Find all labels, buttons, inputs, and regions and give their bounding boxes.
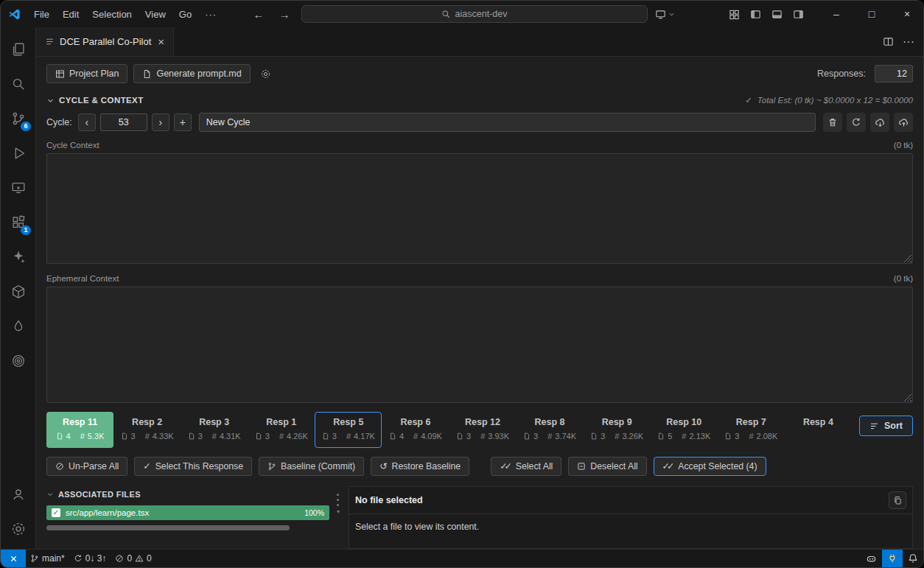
cloud-upload-button[interactable] xyxy=(894,113,913,132)
editor-more-actions-icon[interactable]: ··· xyxy=(903,35,914,49)
connection-status[interactable] xyxy=(882,550,903,567)
menu-file[interactable]: File xyxy=(28,7,55,22)
unparse-all-button[interactable]: Un-Parse All xyxy=(46,457,127,476)
baseline-commit-button[interactable]: Baseline (Commit) xyxy=(259,457,364,476)
explorer-icon[interactable] xyxy=(1,32,36,66)
restore-baseline-button[interactable]: ↺ Restore Baseline xyxy=(371,457,469,476)
response-tab-7[interactable]: Resp 7 3 # 2.08K xyxy=(718,412,785,448)
refresh-cycle-button[interactable] xyxy=(847,113,866,132)
screencast-mode-button[interactable] xyxy=(655,9,675,20)
forward-arrow-icon[interactable]: → xyxy=(276,7,294,22)
response-tokens: 4.26K xyxy=(287,432,308,441)
maximize-button[interactable]: □ xyxy=(855,1,888,27)
cloud-download-button[interactable] xyxy=(870,113,889,132)
file-icon xyxy=(188,432,195,440)
more-menus-icon[interactable]: ··· xyxy=(199,7,223,22)
ephemeral-context-textarea[interactable] xyxy=(46,287,913,403)
file-icon xyxy=(255,432,262,440)
response-tab-2[interactable]: Resp 2 3 # 4.33K xyxy=(113,412,181,448)
menu-view[interactable]: View xyxy=(139,7,172,22)
response-stats: 4 # 4.09K xyxy=(382,432,448,441)
run-debug-icon[interactable] xyxy=(1,136,36,170)
menu-edit[interactable]: Edit xyxy=(57,7,85,22)
hash-icon: # xyxy=(279,432,284,441)
file-path: src/app/learn/page.tsx xyxy=(66,508,299,517)
cycle-add-button[interactable]: + xyxy=(174,113,192,131)
package-cube-icon[interactable] xyxy=(1,274,36,309)
tab-close-icon[interactable]: × xyxy=(156,35,166,48)
extensions-icon[interactable]: 1 xyxy=(1,205,36,239)
target-circles-icon[interactable] xyxy=(1,343,36,378)
response-tabs: Resp 11 4 # 5.3K Resp 2 3 xyxy=(46,412,913,448)
toggle-panel-icon[interactable] xyxy=(771,9,783,20)
remote-indicator[interactable] xyxy=(1,550,26,567)
cycle-section-title[interactable]: CYCLE & CONTEXT xyxy=(59,96,144,105)
responses-count-input[interactable] xyxy=(875,65,913,83)
search-value: aiascent-dev xyxy=(455,9,508,19)
cycle-next-button[interactable]: › xyxy=(152,113,169,131)
copy-content-button[interactable] xyxy=(889,491,906,509)
deselect-all-button[interactable]: Deselect All xyxy=(568,457,646,476)
sort-button[interactable]: Sort xyxy=(859,416,913,436)
file-icon xyxy=(121,432,128,440)
search-icon xyxy=(441,10,451,19)
cycle-context-textarea[interactable] xyxy=(46,153,913,264)
select-all-button[interactable]: ✓✓ Select All xyxy=(491,457,561,476)
response-tab-10[interactable]: Resp 10 5 # 2.13K xyxy=(651,412,718,448)
response-tab-11[interactable]: Resp 11 4 # 5.3K xyxy=(46,412,113,448)
select-this-response-button[interactable]: ✓ Select This Response xyxy=(134,457,252,476)
response-tab-12[interactable]: Resp 12 3 # 3.93K xyxy=(449,412,516,448)
response-tab-3[interactable]: Resp 3 3 # 4.31K xyxy=(181,412,248,448)
sync-status[interactable]: 0↓ 3↑ xyxy=(69,550,111,567)
response-tab-9[interactable]: Resp 9 3 # 3.26K xyxy=(584,412,651,448)
cycle-prev-button[interactable]: ‹ xyxy=(78,113,96,131)
horizontal-scrollbar[interactable] xyxy=(46,525,290,530)
copilot-sparkle-icon[interactable] xyxy=(1,239,36,274)
droplet-icon[interactable] xyxy=(1,309,36,343)
minimize-button[interactable]: – xyxy=(820,1,853,27)
tab-dce-parallel-copilot[interactable]: DCE Parallel Co-Pilot × xyxy=(36,27,174,56)
file-checkbox[interactable]: ✓ xyxy=(52,508,60,517)
notifications-bell[interactable] xyxy=(903,550,923,567)
response-tab-8[interactable]: Resp 8 3 # 3.74K xyxy=(517,412,584,448)
response-tab-4[interactable]: Resp 4 # xyxy=(785,412,852,448)
accept-selected-button[interactable]: ✓✓ Accept Selected (4) xyxy=(654,457,766,476)
toggle-secondary-sidebar-icon[interactable] xyxy=(793,9,804,20)
back-arrow-icon[interactable]: ← xyxy=(250,7,268,22)
panel-settings-button[interactable] xyxy=(256,64,276,83)
response-tab-6[interactable]: Resp 6 4 # 4.09K xyxy=(382,412,449,448)
split-editor-icon[interactable] xyxy=(883,36,894,47)
section-chevron-icon[interactable] xyxy=(46,97,55,105)
source-control-icon[interactable]: 6 xyxy=(1,101,36,136)
toggle-sidebar-icon[interactable] xyxy=(750,9,761,20)
delete-cycle-button[interactable] xyxy=(823,113,842,132)
settings-gear-icon[interactable] xyxy=(1,511,36,546)
vertical-scrollbar[interactable]: ▾ xyxy=(337,494,340,515)
double-check-icon: ✓✓ xyxy=(500,461,509,471)
dce-panel: Project Plan Generate prompt.md Response… xyxy=(36,57,923,549)
remote-explorer-icon[interactable] xyxy=(1,170,36,205)
associated-file-row[interactable]: ✓ src/app/learn/page.tsx 100% xyxy=(46,505,329,520)
response-tab-1[interactable]: Resp 1 3 # 4.26K xyxy=(248,412,315,448)
project-plan-button[interactable]: Project Plan xyxy=(46,64,127,83)
cycle-name-input[interactable] xyxy=(199,113,816,132)
response-tab-5[interactable]: Resp 5 3 # 4.17K xyxy=(315,412,382,448)
problems-status[interactable]: 0 0 xyxy=(111,550,155,567)
associated-files-title[interactable]: ASSOCIATED FILES xyxy=(58,490,141,499)
files-section-chevron-icon[interactable] xyxy=(46,491,54,498)
file-icon xyxy=(322,432,329,440)
customize-layout-icon[interactable] xyxy=(729,9,740,20)
response-stats: 3 # 4.17K xyxy=(315,432,381,441)
close-button[interactable]: × xyxy=(891,1,923,27)
response-tokens: 4.31K xyxy=(220,432,241,441)
account-icon[interactable] xyxy=(1,477,36,511)
copilot-status[interactable] xyxy=(861,550,882,567)
search-sidebar-icon[interactable] xyxy=(1,66,36,101)
menu-selection[interactable]: Selection xyxy=(86,7,137,22)
menu-go[interactable]: Go xyxy=(173,7,197,22)
status-bar: main* 0↓ 3↑ 0 0 xyxy=(1,549,923,567)
generate-prompt-button[interactable]: Generate prompt.md xyxy=(133,64,250,83)
command-center-search[interactable]: aiascent-dev xyxy=(301,5,648,23)
cycle-number-input[interactable] xyxy=(100,113,147,131)
branch-status[interactable]: main* xyxy=(26,550,69,567)
